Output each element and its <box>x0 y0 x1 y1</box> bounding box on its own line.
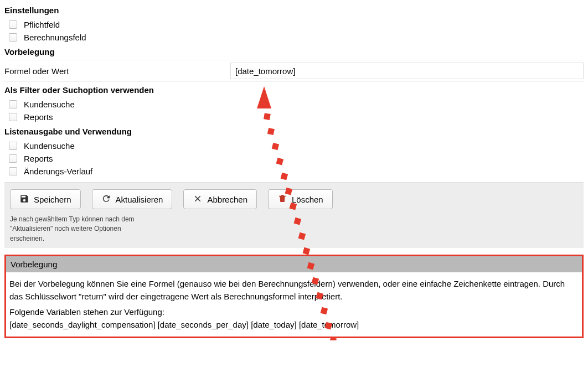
checkbox-icon[interactable] <box>9 33 17 42</box>
button-label: Speichern <box>34 195 71 204</box>
filter-kundensuche[interactable]: Kundensuche <box>4 98 584 111</box>
filter-heading: Als Filter oder Suchoption verwenden <box>4 85 584 95</box>
checkbox-icon[interactable] <box>9 20 17 29</box>
listout-aenderungsverlauf[interactable]: Änderungs-Verlauf <box>4 165 584 178</box>
setting-berechnungsfeld[interactable]: Berechnungsfeld <box>4 31 584 44</box>
setting-label: Berechnungsfeld <box>24 33 86 42</box>
checkbox-icon[interactable] <box>9 167 17 175</box>
help-variables: [date_seconds_daylight_compensation] [da… <box>9 320 359 329</box>
button-label: Abbrechen <box>207 195 247 204</box>
button-label: Löschen <box>292 195 323 204</box>
listout-heading: Listenausgabe und Verwendung <box>4 127 584 136</box>
filter-label: Reports <box>24 112 53 122</box>
trash-icon <box>277 194 287 205</box>
help-title: Vorbelegung <box>6 256 582 272</box>
cancel-button[interactable]: Abbrechen <box>183 189 257 209</box>
prefill-label: Formel oder Wert <box>4 66 230 76</box>
settings-heading: Einstellungen <box>4 6 584 15</box>
refresh-button[interactable]: Aktualisieren <box>92 189 173 209</box>
button-bar: Speichern Aktualisieren Abbrechen Lösche… <box>4 182 584 248</box>
prefill-heading: Vorbelegung <box>4 47 584 56</box>
filter-reports[interactable]: Reports <box>4 111 584 123</box>
save-icon <box>19 194 29 205</box>
help-box: Vorbelegung Bei der Vorbelegung können S… <box>4 255 584 338</box>
checkbox-icon[interactable] <box>9 142 17 150</box>
listout-label: Kundensuche <box>24 141 75 151</box>
help-paragraph: Bei der Vorbelegung können Sie eine Form… <box>9 278 579 303</box>
help-paragraph: Folgende Variablen stehen zur Verfügung: <box>9 307 164 317</box>
checkbox-icon[interactable] <box>9 154 17 163</box>
prefill-input[interactable] <box>230 63 584 79</box>
checkbox-icon[interactable] <box>9 100 17 108</box>
setting-label: Pflichtfeld <box>24 20 60 29</box>
setting-pflichtfeld[interactable]: Pflichtfeld <box>4 18 584 31</box>
hint-text: Je nach gewähltem Typ können nach dem "A… <box>10 215 154 244</box>
separator <box>4 60 584 60</box>
button-label: Aktualisieren <box>116 195 163 204</box>
prefill-row: Formel oder Wert <box>4 63 584 79</box>
listout-label: Reports <box>24 154 53 163</box>
listout-kundensuche[interactable]: Kundensuche <box>4 139 584 152</box>
listout-label: Änderungs-Verlauf <box>24 167 92 176</box>
checkbox-icon[interactable] <box>9 113 17 121</box>
listout-reports[interactable]: Reports <box>4 152 584 165</box>
svg-rect-10 <box>303 247 311 255</box>
filter-label: Kundensuche <box>24 100 75 109</box>
close-icon <box>193 194 203 205</box>
save-button[interactable]: Speichern <box>10 189 81 209</box>
refresh-icon <box>101 194 111 205</box>
separator <box>4 81 584 82</box>
delete-button[interactable]: Löschen <box>268 189 333 209</box>
